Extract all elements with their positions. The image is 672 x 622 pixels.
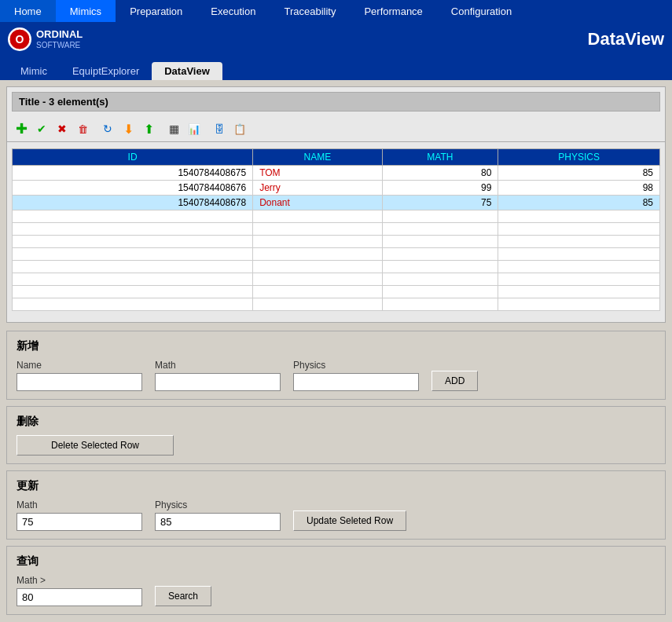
add-name-label: Name <box>17 360 142 371</box>
add-row-btn[interactable]: ✚ <box>12 119 31 138</box>
add-button[interactable]: ADD <box>431 371 478 391</box>
nav-execution[interactable]: Execution <box>196 0 270 22</box>
table-row-empty <box>13 286 660 298</box>
table-row-empty <box>13 248 660 261</box>
logo-text: ORDINAL SOFTWARE <box>36 28 83 50</box>
cell-name: Donant <box>253 196 382 210</box>
logo-bar: O ORDINAL SOFTWARE DataView <box>0 22 672 57</box>
delete-btn[interactable]: 🗑 <box>73 119 92 138</box>
tab-mimic[interactable]: Mimic <box>8 62 60 80</box>
search-math-group: Math > <box>17 575 142 606</box>
delete-section: 删除 Delete Selected Row <box>6 406 666 464</box>
search-math-input[interactable] <box>17 588 142 606</box>
svg-text:O: O <box>16 33 24 46</box>
table-row-empty <box>13 210 660 223</box>
add-math-input[interactable] <box>155 373 281 391</box>
update-button[interactable]: Update Seleted Row <box>293 510 406 531</box>
cell-name: Jerry <box>253 181 382 196</box>
update-math-group: Math <box>17 499 142 531</box>
col-header-name: NAME <box>253 149 382 166</box>
update-math-label: Math <box>17 499 142 510</box>
add-name-group: Name <box>17 360 142 391</box>
update-physics-label: Physics <box>155 499 281 510</box>
update-physics-input[interactable] <box>155 513 281 531</box>
add-math-label: Math <box>155 360 281 371</box>
add-section-title: 新增 <box>17 339 655 353</box>
add-physics-label: Physics <box>293 360 419 371</box>
cell-math: 80 <box>382 166 498 181</box>
cell-physics: 85 <box>498 196 660 210</box>
cell-id: 1540784408676 <box>13 181 253 196</box>
search-button[interactable]: Search <box>155 586 211 606</box>
add-name-input[interactable] <box>17 373 142 391</box>
nav-performance[interactable]: Performance <box>350 0 436 22</box>
dataview-panel: Title - 3 element(s) ✚ ✔ ✖ 🗑 ↻ ⬇ ⬆ ▦ 📊 🗄… <box>6 86 666 323</box>
confirm-btn[interactable]: ✔ <box>32 119 51 138</box>
data-table: ID NAME MATH PHYSICS 1540784408675 TOM 8… <box>12 148 660 311</box>
nav-traceability[interactable]: Traceability <box>270 0 350 22</box>
panel-title: Title - 3 element(s) <box>12 92 660 112</box>
table-row-empty <box>13 223 660 236</box>
chart-btn[interactable]: 📊 <box>185 119 204 138</box>
logo-icon: O <box>8 27 31 51</box>
search-math-label: Math > <box>17 575 142 586</box>
cell-name: TOM <box>253 166 382 181</box>
table-row-empty <box>13 273 660 286</box>
col-header-math: MATH <box>382 149 498 166</box>
sub-tabs: Mimic EquiptExplorer DataView <box>0 57 672 80</box>
update-section-row: Math Physics Update Seleted Row <box>17 499 655 531</box>
cell-id: 1540784408678 <box>13 196 253 210</box>
col-header-physics: PHYSICS <box>498 149 660 166</box>
delete-section-row: Delete Selected Row <box>17 435 655 456</box>
top-nav: Home Mimics Preparation Execution Tracea… <box>0 0 672 22</box>
add-section-row: Name Math Physics ADD <box>17 360 655 391</box>
nav-home[interactable]: Home <box>0 0 56 22</box>
search-section-row: Math > Search <box>17 575 655 606</box>
tab-equiptexplorer[interactable]: EquiptExplorer <box>60 62 152 80</box>
update-math-input[interactable] <box>17 513 142 531</box>
nav-configuration[interactable]: Configuration <box>437 0 526 22</box>
cell-math: 99 <box>382 181 498 196</box>
update-section: 更新 Math Physics Update Seleted Row <box>6 470 666 540</box>
toolbar: ✚ ✔ ✖ 🗑 ↻ ⬇ ⬆ ▦ 📊 🗄 📋 <box>7 116 665 142</box>
refresh-btn[interactable]: ↻ <box>98 119 117 138</box>
grid-btn[interactable]: ▦ <box>164 119 183 138</box>
table-row-selected[interactable]: 1540784408678 Donant 75 85 <box>13 196 660 210</box>
delete-section-title: 删除 <box>17 415 655 429</box>
delete-selected-button[interactable]: Delete Selected Row <box>17 435 174 456</box>
cell-id: 1540784408675 <box>13 166 253 181</box>
main-content: Title - 3 element(s) ✚ ✔ ✖ 🗑 ↻ ⬇ ⬆ ▦ 📊 🗄… <box>0 80 672 622</box>
table-wrapper: ID NAME MATH PHYSICS 1540784408675 TOM 8… <box>7 142 665 322</box>
table-row-empty <box>13 236 660 248</box>
download-btn[interactable]: ⬇ <box>119 119 138 138</box>
cancel-btn[interactable]: ✖ <box>53 119 72 138</box>
cell-physics: 98 <box>498 181 660 196</box>
update-physics-group: Physics <box>155 499 281 531</box>
cell-physics: 85 <box>498 166 660 181</box>
nav-mimics[interactable]: Mimics <box>56 0 116 22</box>
add-physics-group: Physics <box>293 360 419 391</box>
app-title: DataView <box>588 29 664 49</box>
nav-preparation[interactable]: Preparation <box>116 0 196 22</box>
col-header-id: ID <box>13 149 253 166</box>
search-section: 查询 Math > Search <box>6 546 666 615</box>
logo-area: O ORDINAL SOFTWARE <box>8 27 83 51</box>
update-section-title: 更新 <box>17 479 655 493</box>
search-section-title: 查询 <box>17 554 655 569</box>
cell-math: 75 <box>382 196 498 210</box>
copy-btn[interactable]: 📋 <box>230 119 249 138</box>
db-btn[interactable]: 🗄 <box>210 119 229 138</box>
table-row[interactable]: 1540784408676 Jerry 99 98 <box>13 181 660 196</box>
add-section: 新增 Name Math Physics ADD <box>6 331 666 400</box>
table-row[interactable]: 1540784408675 TOM 80 85 <box>13 166 660 181</box>
add-math-group: Math <box>155 360 281 391</box>
upload-btn[interactable]: ⬆ <box>139 119 158 138</box>
table-row-empty <box>13 261 660 273</box>
table-row-empty <box>13 298 660 311</box>
tab-dataview[interactable]: DataView <box>152 62 222 80</box>
add-physics-input[interactable] <box>293 373 419 391</box>
